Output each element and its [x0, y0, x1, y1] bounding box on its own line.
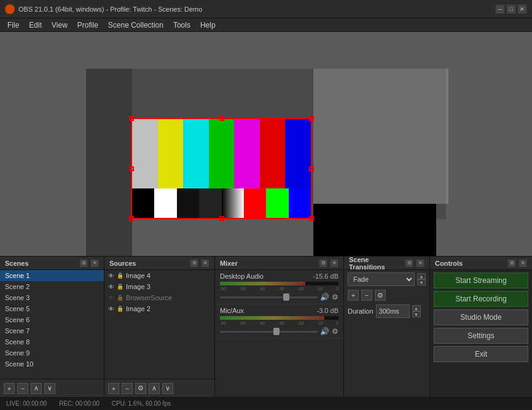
scene-item[interactable]: Scene 9 — [0, 347, 104, 358]
maximize-button[interactable]: □ — [506, 4, 516, 14]
controls-header: Controls ⚙ ✕ — [430, 257, 532, 270]
menu-edit[interactable]: Edit — [24, 20, 47, 31]
mixer-close-icon[interactable]: ✕ — [330, 259, 338, 268]
handle-tm[interactable] — [219, 116, 224, 121]
handle-ml[interactable] — [129, 166, 134, 171]
mixer-config-icon[interactable]: ⚙ — [319, 259, 327, 268]
desktop-audio-mute[interactable]: 🔊 — [320, 293, 329, 301]
lock-icon[interactable]: 🔒 — [117, 295, 123, 301]
studio-mode-button[interactable]: Studio Mode — [434, 309, 528, 325]
duration-label: Duration — [348, 308, 374, 315]
sources-close-icon[interactable]: ✕ — [201, 259, 209, 268]
source-up-button[interactable]: ∧ — [149, 383, 160, 394]
settings-button[interactable]: Settings — [434, 328, 528, 344]
mic-aux-mute[interactable]: 🔊 — [320, 327, 329, 336]
scene-item[interactable]: Scene 10 — [0, 358, 104, 369]
scenes-config-icon[interactable]: ⚙ — [79, 259, 88, 268]
start-recording-button[interactable]: Start Recording — [434, 291, 528, 307]
desktop-audio-track: Desktop Audio -15.6 dB -60-50-40-30-20-1… — [215, 270, 343, 304]
close-button[interactable]: ✕ — [517, 4, 527, 14]
transition-remove-button[interactable]: − — [361, 290, 372, 301]
live-status: LIVE: 00:00:00 — [6, 400, 47, 407]
scene-item[interactable]: Scene 1 — [0, 270, 104, 281]
scenes-title: Scenes — [5, 260, 29, 267]
source-item[interactable]: 👁🔒BrowserSource — [104, 292, 214, 303]
handle-tl[interactable] — [129, 116, 134, 121]
menu-view[interactable]: View — [47, 20, 72, 31]
eye-closed-icon[interactable]: 👁 — [108, 295, 114, 301]
scene-item[interactable]: Scene 5 — [0, 303, 104, 314]
duration-down[interactable]: ▼ — [412, 311, 421, 317]
desktop-audio-settings[interactable]: ⚙ — [332, 293, 338, 301]
eye-icon[interactable]: 👁 — [108, 273, 114, 279]
mic-aux-track: Mic/Aux -3.0 dB -60-50-40-30-20-100 🔊 ⚙ — [215, 304, 343, 339]
sources-config-icon[interactable]: ⚙ — [190, 259, 198, 268]
source-item[interactable]: 👁🔒Image 2 — [104, 303, 214, 314]
transitions-config-icon[interactable]: ⚙ — [405, 259, 413, 268]
exit-button[interactable]: Exit — [434, 346, 528, 362]
transitions-content: Fade Cut Swipe ▲ ▼ + − ⚙ Duration ▲ — [344, 270, 429, 397]
handle-br[interactable] — [309, 216, 314, 221]
mic-aux-fader-row: 🔊 ⚙ — [220, 327, 338, 336]
source-item[interactable]: 👁🔒Image 3 — [104, 281, 214, 292]
controls-config-icon[interactable]: ⚙ — [507, 259, 516, 268]
mic-aux-fader[interactable] — [220, 331, 318, 333]
desktop-audio-fader[interactable] — [220, 296, 318, 298]
scene-remove-button[interactable]: − — [17, 383, 28, 394]
scenes-close-icon[interactable]: ✕ — [90, 259, 99, 268]
mic-aux-db: -3.0 dB — [317, 307, 338, 314]
transition-settings-button[interactable]: ⚙ — [375, 290, 386, 301]
source-add-button[interactable]: + — [108, 383, 119, 394]
scene-down-button[interactable]: ∨ — [44, 383, 55, 394]
transition-type-select[interactable]: Fade Cut Swipe — [348, 273, 415, 286]
scene-item[interactable]: Scene 3 — [0, 292, 104, 303]
desktop-audio-fader-row: 🔊 ⚙ — [220, 293, 338, 301]
menu-scene-collection[interactable]: Scene Collection — [103, 20, 168, 31]
sources-list: 👁🔒Image 4👁🔒Image 3👁🔒BrowserSource👁🔒Image… — [104, 270, 214, 379]
transition-actions-row: + − ⚙ — [344, 288, 429, 302]
eye-icon[interactable]: 👁 — [108, 284, 114, 290]
scene-item[interactable]: Scene 2 — [0, 281, 104, 292]
duration-up[interactable]: ▲ — [412, 305, 421, 311]
start-streaming-button[interactable]: Start Streaming — [434, 273, 528, 288]
handle-bl[interactable] — [129, 216, 134, 221]
duration-input[interactable] — [376, 304, 410, 318]
mixer-content: Desktop Audio -15.6 dB -60-50-40-30-20-1… — [215, 270, 343, 397]
menu-profile[interactable]: Profile — [72, 20, 103, 31]
transition-type-up[interactable]: ▲ — [417, 273, 426, 279]
title-bar: OBS 21.0.1 (64bit, windows) - Profile: T… — [0, 0, 532, 18]
source-name: Image 2 — [126, 305, 151, 312]
menu-tools[interactable]: Tools — [168, 20, 195, 31]
transitions-close-icon[interactable]: ✕ — [416, 259, 424, 268]
scene-item[interactable]: Scene 8 — [0, 336, 104, 347]
lock-icon[interactable]: 🔒 — [117, 306, 123, 312]
scene-add-button[interactable]: + — [4, 383, 15, 394]
scene-up-button[interactable]: ∧ — [31, 383, 42, 394]
source-settings-button[interactable]: ⚙ — [135, 383, 146, 394]
transitions-panel: Scene Transitions ⚙ ✕ Fade Cut Swipe ▲ ▼… — [344, 257, 430, 397]
handle-mr[interactable] — [309, 166, 314, 171]
handle-bm[interactable] — [219, 216, 224, 221]
source-item[interactable]: 👁🔒Image 4 — [104, 270, 214, 281]
transition-type-row: Fade Cut Swipe ▲ ▼ — [344, 270, 429, 288]
desktop-audio-db: -15.6 dB — [313, 273, 338, 280]
lock-icon[interactable]: 🔒 — [117, 273, 123, 279]
handle-tr[interactable] — [309, 116, 314, 121]
lock-icon[interactable]: 🔒 — [117, 284, 123, 290]
minimize-button[interactable]: ─ — [495, 4, 505, 14]
scene-item[interactable]: Scene 7 — [0, 325, 104, 336]
source-down-button[interactable]: ∨ — [162, 383, 173, 394]
scenes-list: Scene 1Scene 2Scene 3Scene 5Scene 6Scene… — [0, 270, 104, 379]
mic-aux-settings[interactable]: ⚙ — [332, 327, 338, 336]
source-name: Image 3 — [126, 283, 151, 290]
transition-add-button[interactable]: + — [348, 290, 359, 301]
menu-help[interactable]: Help — [195, 20, 221, 31]
controls-close-icon[interactable]: ✕ — [518, 259, 527, 268]
scene-item[interactable]: Scene 6 — [0, 314, 104, 325]
controls-title: Controls — [435, 260, 463, 267]
menu-file[interactable]: File — [2, 20, 24, 31]
source-remove-button[interactable]: − — [122, 383, 133, 394]
eye-icon[interactable]: 👁 — [108, 306, 114, 312]
menu-bar: File Edit View Profile Scene Collection … — [0, 18, 532, 32]
transition-type-down[interactable]: ▼ — [417, 279, 426, 285]
